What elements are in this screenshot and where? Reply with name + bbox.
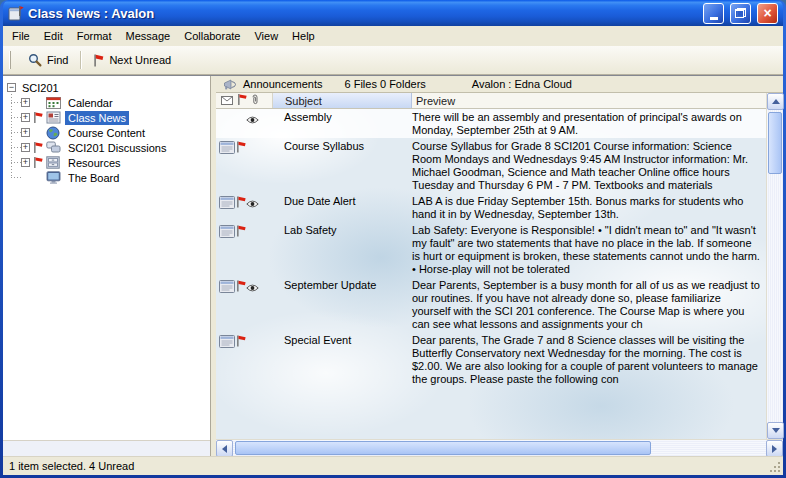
scroll-up-button[interactable] — [767, 93, 784, 110]
tree-item-label: Course Content — [65, 126, 148, 140]
scroll-left-button[interactable] — [216, 440, 233, 457]
menu-item-help[interactable]: Help — [285, 27, 322, 45]
document-icon — [219, 225, 235, 240]
document-icon — [219, 196, 235, 211]
title-bar: Class News : Avalon × — [3, 0, 783, 26]
menu-item-message[interactable]: Message — [119, 27, 178, 45]
restore-icon — [735, 8, 746, 18]
window-title: Class News : Avalon — [28, 6, 697, 21]
viewed-eye-icon — [246, 279, 272, 294]
expand-icon[interactable]: + — [21, 158, 30, 167]
column-header-subject[interactable]: Subject — [272, 93, 412, 108]
icon-columns-header[interactable] — [216, 93, 272, 108]
tree-item-calendar[interactable]: + Calendar — [3, 95, 210, 110]
menu-item-file[interactable]: File — [5, 27, 37, 45]
scroll-right-button[interactable] — [766, 440, 783, 457]
message-preview: There will be an assembly and presentati… — [412, 111, 766, 137]
unread-flag-icon — [236, 196, 246, 211]
horizontal-scroll-track[interactable] — [233, 440, 766, 456]
resize-grip[interactable] — [769, 461, 782, 474]
find-label: Find — [47, 54, 68, 66]
toolbar: Find Next Unread — [3, 46, 783, 75]
toolbar-grip[interactable] — [9, 51, 12, 69]
collapse-icon[interactable]: − — [7, 83, 16, 92]
minimize-button[interactable] — [703, 3, 724, 24]
message-preview: Course Syllabus for Grade 8 SCI201 Cours… — [412, 140, 766, 192]
list-column: Subject Preview Assembly There will be a… — [216, 93, 766, 439]
menu-item-view[interactable]: View — [247, 27, 285, 45]
message-preview: Dear parents, The Grade 7 and 8 Science … — [412, 334, 766, 386]
tree-item-label: SCI201 Discussions — [65, 141, 169, 155]
find-button[interactable]: Find — [19, 49, 77, 71]
tree-item-label: The Board — [65, 171, 122, 185]
expand-icon[interactable]: + — [21, 128, 30, 137]
list-column-header: Subject Preview — [216, 93, 766, 109]
tree-item-class-news[interactable]: + Class News — [3, 110, 210, 125]
vertical-scroll-track[interactable] — [767, 110, 783, 422]
scroll-down-button[interactable] — [767, 422, 784, 439]
minimize-icon — [710, 17, 718, 20]
next-unread-button[interactable]: Next Unread — [84, 50, 180, 71]
red-flag-icon — [237, 94, 247, 107]
message-list: Assembly There will be an assembly and p… — [216, 109, 766, 439]
document-icon — [219, 141, 235, 156]
tree-item-resources[interactable]: + Resources — [3, 155, 210, 170]
message-row-special-event[interactable]: Special Event Dear parents, The Grade 7 … — [216, 332, 766, 387]
tree-item-label: Calendar — [65, 96, 116, 110]
announcement-megaphone-icon — [224, 79, 237, 90]
menu-bar: File Edit Format Message Collaborate Vie… — [3, 26, 783, 46]
app-icon — [8, 5, 24, 21]
expand-icon[interactable]: + — [21, 113, 30, 122]
unread-flag-icon — [236, 141, 246, 156]
tree-item-sci201[interactable]: − SCI201 — [3, 80, 210, 95]
message-subject: Special Event — [272, 334, 412, 347]
viewed-eye-icon — [246, 195, 272, 210]
tree-item-discussions[interactable]: + SCI201 Discussions — [3, 140, 210, 155]
tree-item-label: Class News — [65, 111, 129, 125]
scroll-right-icon — [772, 445, 777, 453]
red-flag-icon — [93, 54, 104, 67]
tree-horizontal-scrollbar[interactable] — [3, 440, 210, 456]
scroll-left-icon — [222, 445, 227, 453]
tree-item-the-board[interactable]: The Board — [3, 170, 210, 185]
viewed-eye-icon — [246, 111, 272, 126]
menu-item-format[interactable]: Format — [70, 27, 119, 45]
menu-item-collaborate[interactable]: Collaborate — [177, 27, 247, 45]
tree-item-course-content[interactable]: + Course Content — [3, 125, 210, 140]
resources-icon — [46, 156, 62, 169]
message-preview: Dear Parents, September is a busy month … — [412, 279, 766, 331]
column-header-preview[interactable]: Preview — [412, 93, 766, 108]
search-icon — [28, 53, 42, 67]
horizontal-scrollbar[interactable] — [216, 439, 783, 456]
expand-icon[interactable]: + — [21, 143, 30, 152]
horizontal-scroll-thumb[interactable] — [235, 441, 651, 455]
message-subject: Course Syllabus — [272, 140, 412, 153]
message-row-assembly[interactable]: Assembly There will be an assembly and p… — [216, 109, 766, 138]
menu-item-edit[interactable]: Edit — [37, 27, 70, 45]
unread-flag-icon — [33, 112, 43, 123]
list-with-scrollbar: Subject Preview Assembly There will be a… — [216, 93, 783, 439]
message-row-course-syllabus[interactable]: Course Syllabus Course Syllabus for Grad… — [216, 138, 766, 193]
vertical-scrollbar[interactable] — [766, 93, 783, 439]
message-pane: Announcements 6 Files 0 Folders Avalon :… — [216, 76, 783, 456]
message-row-lab-safety[interactable]: Lab Safety Lab Safety: Everyone is Respo… — [216, 222, 766, 277]
document-icon — [219, 335, 235, 350]
envelope-icon — [221, 95, 233, 107]
message-row-due-date-alert[interactable]: Due Date Alert LAB A is due Friday Septe… — [216, 193, 766, 222]
document-icon — [219, 280, 235, 295]
close-button[interactable]: × — [757, 3, 778, 24]
board-icon — [46, 171, 62, 184]
message-row-september-update[interactable]: September Update Dear Parents, September… — [216, 277, 766, 332]
unread-flag-icon — [33, 157, 43, 168]
unread-flag-icon — [236, 225, 246, 240]
unread-flag-icon — [33, 142, 43, 153]
content-icon — [46, 126, 62, 140]
vertical-scroll-thumb[interactable] — [768, 112, 782, 174]
panel-header: Announcements 6 Files 0 Folders Avalon :… — [216, 76, 783, 93]
expand-icon[interactable]: + — [21, 98, 30, 107]
restore-button[interactable] — [730, 3, 751, 24]
news-icon — [46, 111, 62, 124]
calendar-icon — [46, 96, 62, 109]
status-text: 1 item selected. 4 Unread — [9, 460, 134, 472]
tree-item-label: Resources — [65, 156, 124, 170]
